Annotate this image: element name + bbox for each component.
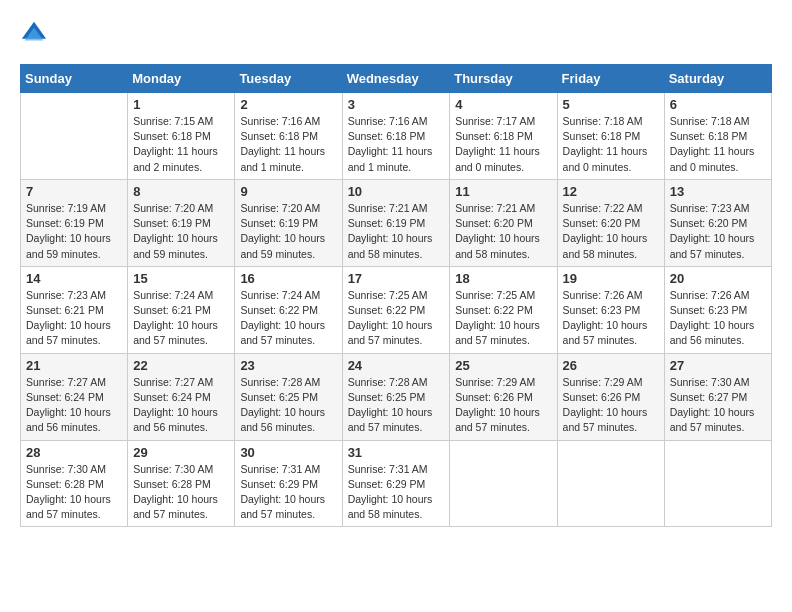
calendar-cell: 4Sunrise: 7:17 AM Sunset: 6:18 PM Daylig… — [450, 93, 557, 180]
calendar-cell: 15Sunrise: 7:24 AM Sunset: 6:21 PM Dayli… — [128, 266, 235, 353]
day-number: 3 — [348, 97, 445, 112]
day-info: Sunrise: 7:24 AM Sunset: 6:22 PM Dayligh… — [240, 288, 336, 349]
day-number: 7 — [26, 184, 122, 199]
calendar-cell: 20Sunrise: 7:26 AM Sunset: 6:23 PM Dayli… — [664, 266, 771, 353]
day-number: 10 — [348, 184, 445, 199]
day-info: Sunrise: 7:31 AM Sunset: 6:29 PM Dayligh… — [348, 462, 445, 523]
day-number: 21 — [26, 358, 122, 373]
calendar-cell: 31Sunrise: 7:31 AM Sunset: 6:29 PM Dayli… — [342, 440, 450, 527]
calendar-cell: 26Sunrise: 7:29 AM Sunset: 6:26 PM Dayli… — [557, 353, 664, 440]
day-info: Sunrise: 7:26 AM Sunset: 6:23 PM Dayligh… — [670, 288, 766, 349]
day-number: 17 — [348, 271, 445, 286]
day-number: 20 — [670, 271, 766, 286]
day-info: Sunrise: 7:28 AM Sunset: 6:25 PM Dayligh… — [240, 375, 336, 436]
day-info: Sunrise: 7:23 AM Sunset: 6:21 PM Dayligh… — [26, 288, 122, 349]
day-info: Sunrise: 7:26 AM Sunset: 6:23 PM Dayligh… — [563, 288, 659, 349]
day-number: 18 — [455, 271, 551, 286]
calendar-header-row: SundayMondayTuesdayWednesdayThursdayFrid… — [21, 65, 772, 93]
calendar-cell: 5Sunrise: 7:18 AM Sunset: 6:18 PM Daylig… — [557, 93, 664, 180]
day-number: 11 — [455, 184, 551, 199]
day-number: 9 — [240, 184, 336, 199]
day-number: 29 — [133, 445, 229, 460]
calendar-cell: 9Sunrise: 7:20 AM Sunset: 6:19 PM Daylig… — [235, 179, 342, 266]
calendar-cell: 16Sunrise: 7:24 AM Sunset: 6:22 PM Dayli… — [235, 266, 342, 353]
day-info: Sunrise: 7:17 AM Sunset: 6:18 PM Dayligh… — [455, 114, 551, 175]
day-number: 30 — [240, 445, 336, 460]
day-number: 31 — [348, 445, 445, 460]
calendar-cell: 1Sunrise: 7:15 AM Sunset: 6:18 PM Daylig… — [128, 93, 235, 180]
calendar-header-tuesday: Tuesday — [235, 65, 342, 93]
logo — [20, 20, 52, 48]
calendar-header-thursday: Thursday — [450, 65, 557, 93]
day-info: Sunrise: 7:15 AM Sunset: 6:18 PM Dayligh… — [133, 114, 229, 175]
day-info: Sunrise: 7:20 AM Sunset: 6:19 PM Dayligh… — [133, 201, 229, 262]
day-number: 14 — [26, 271, 122, 286]
logo-icon — [20, 20, 48, 48]
calendar-cell: 25Sunrise: 7:29 AM Sunset: 6:26 PM Dayli… — [450, 353, 557, 440]
page-header — [20, 20, 772, 48]
calendar-cell: 19Sunrise: 7:26 AM Sunset: 6:23 PM Dayli… — [557, 266, 664, 353]
day-info: Sunrise: 7:30 AM Sunset: 6:28 PM Dayligh… — [26, 462, 122, 523]
day-info: Sunrise: 7:30 AM Sunset: 6:27 PM Dayligh… — [670, 375, 766, 436]
calendar-cell: 29Sunrise: 7:30 AM Sunset: 6:28 PM Dayli… — [128, 440, 235, 527]
day-info: Sunrise: 7:24 AM Sunset: 6:21 PM Dayligh… — [133, 288, 229, 349]
calendar-header-friday: Friday — [557, 65, 664, 93]
calendar-header-monday: Monday — [128, 65, 235, 93]
day-info: Sunrise: 7:27 AM Sunset: 6:24 PM Dayligh… — [26, 375, 122, 436]
calendar-cell: 10Sunrise: 7:21 AM Sunset: 6:19 PM Dayli… — [342, 179, 450, 266]
day-info: Sunrise: 7:27 AM Sunset: 6:24 PM Dayligh… — [133, 375, 229, 436]
day-number: 19 — [563, 271, 659, 286]
calendar-week-row: 28Sunrise: 7:30 AM Sunset: 6:28 PM Dayli… — [21, 440, 772, 527]
day-info: Sunrise: 7:25 AM Sunset: 6:22 PM Dayligh… — [455, 288, 551, 349]
calendar-header-saturday: Saturday — [664, 65, 771, 93]
day-info: Sunrise: 7:29 AM Sunset: 6:26 PM Dayligh… — [455, 375, 551, 436]
day-number: 13 — [670, 184, 766, 199]
day-number: 24 — [348, 358, 445, 373]
calendar-cell: 6Sunrise: 7:18 AM Sunset: 6:18 PM Daylig… — [664, 93, 771, 180]
calendar-cell: 11Sunrise: 7:21 AM Sunset: 6:20 PM Dayli… — [450, 179, 557, 266]
day-number: 5 — [563, 97, 659, 112]
calendar-header-wednesday: Wednesday — [342, 65, 450, 93]
day-number: 15 — [133, 271, 229, 286]
calendar-cell: 22Sunrise: 7:27 AM Sunset: 6:24 PM Dayli… — [128, 353, 235, 440]
calendar-cell — [21, 93, 128, 180]
day-info: Sunrise: 7:22 AM Sunset: 6:20 PM Dayligh… — [563, 201, 659, 262]
calendar-cell: 17Sunrise: 7:25 AM Sunset: 6:22 PM Dayli… — [342, 266, 450, 353]
day-number: 4 — [455, 97, 551, 112]
day-number: 25 — [455, 358, 551, 373]
day-number: 8 — [133, 184, 229, 199]
day-info: Sunrise: 7:28 AM Sunset: 6:25 PM Dayligh… — [348, 375, 445, 436]
day-info: Sunrise: 7:25 AM Sunset: 6:22 PM Dayligh… — [348, 288, 445, 349]
calendar-week-row: 21Sunrise: 7:27 AM Sunset: 6:24 PM Dayli… — [21, 353, 772, 440]
calendar-cell: 30Sunrise: 7:31 AM Sunset: 6:29 PM Dayli… — [235, 440, 342, 527]
calendar-cell: 23Sunrise: 7:28 AM Sunset: 6:25 PM Dayli… — [235, 353, 342, 440]
day-info: Sunrise: 7:16 AM Sunset: 6:18 PM Dayligh… — [240, 114, 336, 175]
calendar-week-row: 1Sunrise: 7:15 AM Sunset: 6:18 PM Daylig… — [21, 93, 772, 180]
calendar-cell: 2Sunrise: 7:16 AM Sunset: 6:18 PM Daylig… — [235, 93, 342, 180]
day-number: 23 — [240, 358, 336, 373]
calendar-cell: 3Sunrise: 7:16 AM Sunset: 6:18 PM Daylig… — [342, 93, 450, 180]
day-number: 12 — [563, 184, 659, 199]
calendar-cell — [557, 440, 664, 527]
calendar-cell: 12Sunrise: 7:22 AM Sunset: 6:20 PM Dayli… — [557, 179, 664, 266]
day-info: Sunrise: 7:18 AM Sunset: 6:18 PM Dayligh… — [670, 114, 766, 175]
day-info: Sunrise: 7:18 AM Sunset: 6:18 PM Dayligh… — [563, 114, 659, 175]
calendar-cell: 27Sunrise: 7:30 AM Sunset: 6:27 PM Dayli… — [664, 353, 771, 440]
day-info: Sunrise: 7:31 AM Sunset: 6:29 PM Dayligh… — [240, 462, 336, 523]
day-number: 28 — [26, 445, 122, 460]
day-info: Sunrise: 7:20 AM Sunset: 6:19 PM Dayligh… — [240, 201, 336, 262]
day-info: Sunrise: 7:29 AM Sunset: 6:26 PM Dayligh… — [563, 375, 659, 436]
day-number: 16 — [240, 271, 336, 286]
calendar-week-row: 14Sunrise: 7:23 AM Sunset: 6:21 PM Dayli… — [21, 266, 772, 353]
calendar-cell: 28Sunrise: 7:30 AM Sunset: 6:28 PM Dayli… — [21, 440, 128, 527]
day-info: Sunrise: 7:21 AM Sunset: 6:20 PM Dayligh… — [455, 201, 551, 262]
calendar-cell: 21Sunrise: 7:27 AM Sunset: 6:24 PM Dayli… — [21, 353, 128, 440]
day-number: 26 — [563, 358, 659, 373]
calendar-cell: 24Sunrise: 7:28 AM Sunset: 6:25 PM Dayli… — [342, 353, 450, 440]
calendar-week-row: 7Sunrise: 7:19 AM Sunset: 6:19 PM Daylig… — [21, 179, 772, 266]
day-info: Sunrise: 7:23 AM Sunset: 6:20 PM Dayligh… — [670, 201, 766, 262]
calendar-cell — [664, 440, 771, 527]
calendar-cell: 7Sunrise: 7:19 AM Sunset: 6:19 PM Daylig… — [21, 179, 128, 266]
day-info: Sunrise: 7:21 AM Sunset: 6:19 PM Dayligh… — [348, 201, 445, 262]
calendar-header-sunday: Sunday — [21, 65, 128, 93]
